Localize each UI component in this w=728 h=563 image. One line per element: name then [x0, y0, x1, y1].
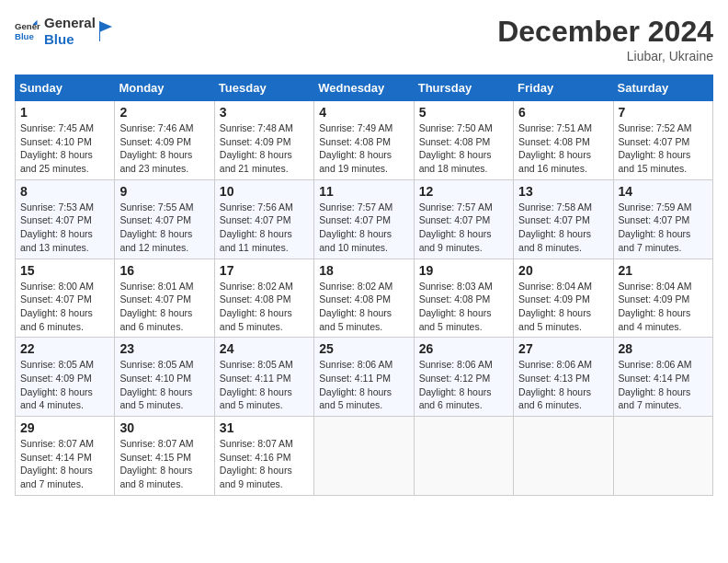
day-info: Sunrise: 8:04 AMSunset: 4:09 PMDaylight:… [619, 281, 692, 332]
logo: General Blue General Blue [15, 15, 116, 48]
day-info: Sunrise: 7:56 AMSunset: 4:07 PMDaylight:… [220, 201, 293, 253]
calendar-day-cell: 13 Sunrise: 7:58 AMSunset: 4:07 PMDaylig… [514, 179, 613, 259]
svg-marker-3 [99, 21, 112, 32]
day-info: Sunrise: 8:05 AMSunset: 4:09 PMDaylight:… [20, 359, 94, 410]
day-number: 2 [119, 105, 209, 120]
calendar-day-cell: 8 Sunrise: 7:53 AMSunset: 4:07 PMDayligh… [16, 179, 115, 259]
day-info: Sunrise: 8:04 AMSunset: 4:09 PMDaylight:… [518, 281, 592, 332]
day-number: 19 [419, 263, 508, 278]
calendar-day-cell: 15 Sunrise: 8:00 AMSunset: 4:07 PMDaylig… [16, 259, 115, 338]
day-info: Sunrise: 7:49 AMSunset: 4:08 PMDaylight:… [319, 122, 392, 174]
calendar-week-row: 22 Sunrise: 8:05 AMSunset: 4:09 PMDaylig… [16, 338, 713, 417]
calendar-day-cell: 17 Sunrise: 8:02 AMSunset: 4:08 PMDaylig… [214, 259, 313, 338]
day-info: Sunrise: 7:45 AMSunset: 4:10 PMDaylight:… [20, 122, 94, 174]
logo-blue: Blue [44, 31, 96, 48]
day-number: 14 [619, 184, 708, 199]
day-info: Sunrise: 8:06 AMSunset: 4:11 PMDaylight:… [319, 359, 392, 410]
day-info: Sunrise: 7:58 AMSunset: 4:07 PMDaylight:… [518, 201, 592, 253]
day-number: 25 [319, 341, 408, 356]
day-info: Sunrise: 8:01 AMSunset: 4:07 PMDaylight:… [119, 281, 193, 332]
calendar-day-cell: 19 Sunrise: 8:03 AMSunset: 4:08 PMDaylig… [414, 259, 513, 338]
calendar-week-row: 15 Sunrise: 8:00 AMSunset: 4:07 PMDaylig… [16, 259, 713, 338]
day-number: 3 [220, 105, 309, 120]
month-year-title: December 2024 [497, 15, 713, 49]
weekday-header-row: SundayMondayTuesdayWednesdayThursdayFrid… [16, 75, 713, 101]
day-number: 10 [220, 184, 309, 199]
day-number: 12 [419, 184, 508, 199]
calendar-day-cell: 14 Sunrise: 7:59 AMSunset: 4:07 PMDaylig… [613, 179, 712, 259]
day-info: Sunrise: 8:00 AMSunset: 4:07 PMDaylight:… [20, 281, 94, 332]
day-info: Sunrise: 8:06 AMSunset: 4:13 PMDaylight:… [518, 359, 592, 410]
day-info: Sunrise: 8:06 AMSunset: 4:12 PMDaylight:… [419, 359, 493, 410]
calendar-day-cell: 16 Sunrise: 8:01 AMSunset: 4:07 PMDaylig… [115, 259, 214, 338]
title-block: December 2024 Liubar, Ukraine [497, 15, 713, 63]
day-info: Sunrise: 8:07 AMSunset: 4:15 PMDaylight:… [119, 438, 193, 489]
logo-icon: General Blue [15, 18, 40, 44]
day-info: Sunrise: 8:02 AMSunset: 4:08 PMDaylight:… [220, 281, 293, 332]
day-info: Sunrise: 7:53 AMSunset: 4:07 PMDaylight:… [20, 201, 94, 253]
calendar-day-cell: 25 Sunrise: 8:06 AMSunset: 4:11 PMDaylig… [314, 338, 414, 417]
calendar-day-cell: 18 Sunrise: 8:02 AMSunset: 4:08 PMDaylig… [314, 259, 414, 338]
calendar-day-cell: 7 Sunrise: 7:52 AMSunset: 4:07 PMDayligh… [613, 101, 712, 180]
calendar-day-cell: 26 Sunrise: 8:06 AMSunset: 4:12 PMDaylig… [414, 338, 513, 417]
day-info: Sunrise: 8:05 AMSunset: 4:11 PMDaylight:… [220, 359, 293, 410]
calendar-day-cell: 23 Sunrise: 8:05 AMSunset: 4:10 PMDaylig… [115, 338, 214, 417]
day-info: Sunrise: 8:05 AMSunset: 4:10 PMDaylight:… [119, 359, 193, 410]
day-info: Sunrise: 7:48 AMSunset: 4:09 PMDaylight:… [220, 122, 293, 174]
day-number: 28 [619, 341, 708, 356]
day-info: Sunrise: 8:03 AMSunset: 4:08 PMDaylight:… [419, 281, 493, 332]
day-number: 5 [419, 105, 508, 120]
day-number: 8 [20, 184, 109, 199]
day-info: Sunrise: 7:52 AMSunset: 4:07 PMDaylight:… [619, 122, 692, 174]
day-number: 22 [20, 341, 109, 356]
day-number: 26 [419, 341, 508, 356]
svg-text:Blue: Blue [15, 31, 34, 41]
calendar-day-cell: 2 Sunrise: 7:46 AMSunset: 4:09 PMDayligh… [115, 101, 214, 180]
flag-icon [99, 21, 116, 41]
calendar-day-cell: 21 Sunrise: 8:04 AMSunset: 4:09 PMDaylig… [613, 259, 712, 338]
calendar-week-row: 29 Sunrise: 8:07 AMSunset: 4:14 PMDaylig… [16, 417, 713, 496]
day-number: 7 [619, 105, 708, 120]
day-info: Sunrise: 8:07 AMSunset: 4:16 PMDaylight:… [220, 438, 293, 489]
calendar-day-cell: 11 Sunrise: 7:57 AMSunset: 4:07 PMDaylig… [314, 179, 414, 259]
weekday-header-cell: Wednesday [314, 75, 414, 101]
calendar-week-row: 8 Sunrise: 7:53 AMSunset: 4:07 PMDayligh… [16, 179, 713, 259]
day-number: 24 [220, 341, 309, 356]
day-number: 17 [220, 263, 309, 278]
calendar-day-cell: 1 Sunrise: 7:45 AMSunset: 4:10 PMDayligh… [16, 101, 115, 180]
calendar-day-cell: 4 Sunrise: 7:49 AMSunset: 4:08 PMDayligh… [314, 101, 414, 180]
calendar-day-cell [613, 417, 712, 496]
calendar-week-row: 1 Sunrise: 7:45 AMSunset: 4:10 PMDayligh… [16, 101, 713, 180]
day-info: Sunrise: 7:50 AMSunset: 4:08 PMDaylight:… [419, 122, 493, 174]
calendar-body: 1 Sunrise: 7:45 AMSunset: 4:10 PMDayligh… [16, 101, 713, 496]
calendar-day-cell [314, 417, 414, 496]
calendar-day-cell: 31 Sunrise: 8:07 AMSunset: 4:16 PMDaylig… [214, 417, 313, 496]
calendar-day-cell: 10 Sunrise: 7:56 AMSunset: 4:07 PMDaylig… [214, 179, 313, 259]
day-number: 4 [319, 105, 408, 120]
day-number: 23 [119, 341, 209, 356]
page-header: General Blue General Blue December 2024 … [15, 15, 713, 63]
day-info: Sunrise: 7:57 AMSunset: 4:07 PMDaylight:… [319, 201, 392, 253]
day-number: 27 [518, 341, 608, 356]
day-info: Sunrise: 7:51 AMSunset: 4:08 PMDaylight:… [518, 122, 592, 174]
calendar-day-cell: 30 Sunrise: 8:07 AMSunset: 4:15 PMDaylig… [115, 417, 214, 496]
day-number: 9 [119, 184, 209, 199]
calendar-day-cell: 3 Sunrise: 7:48 AMSunset: 4:09 PMDayligh… [214, 101, 313, 180]
calendar-day-cell: 20 Sunrise: 8:04 AMSunset: 4:09 PMDaylig… [514, 259, 613, 338]
weekday-header-cell: Monday [115, 75, 214, 101]
day-number: 6 [518, 105, 608, 120]
calendar-day-cell: 27 Sunrise: 8:06 AMSunset: 4:13 PMDaylig… [514, 338, 613, 417]
calendar-day-cell [514, 417, 613, 496]
calendar-day-cell: 29 Sunrise: 8:07 AMSunset: 4:14 PMDaylig… [16, 417, 115, 496]
day-info: Sunrise: 7:57 AMSunset: 4:07 PMDaylight:… [419, 201, 493, 253]
location-subtitle: Liubar, Ukraine [497, 49, 713, 63]
weekday-header-cell: Tuesday [214, 75, 313, 101]
day-number: 16 [119, 263, 209, 278]
day-number: 29 [20, 420, 109, 435]
day-number: 20 [518, 263, 608, 278]
day-number: 30 [119, 420, 209, 435]
calendar-day-cell: 24 Sunrise: 8:05 AMSunset: 4:11 PMDaylig… [214, 338, 313, 417]
day-number: 21 [619, 263, 708, 278]
day-info: Sunrise: 7:46 AMSunset: 4:09 PMDaylight:… [119, 122, 193, 174]
calendar-day-cell: 9 Sunrise: 7:55 AMSunset: 4:07 PMDayligh… [115, 179, 214, 259]
